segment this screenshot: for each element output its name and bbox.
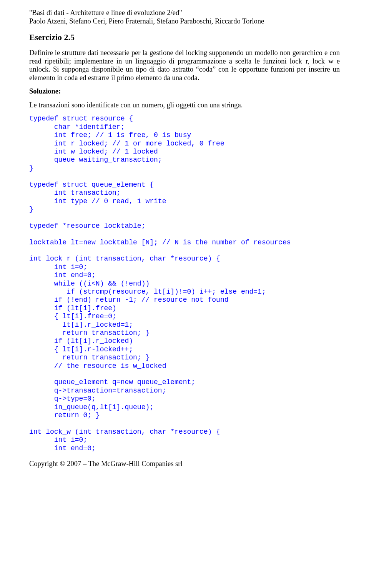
exercise-prompt: Definire le strutture dati necessarie pe… [29, 49, 340, 82]
authors: Paolo Atzeni, Stefano Ceri, Piero Frater… [29, 17, 340, 25]
solution-intro: Le transazioni sono identificate con un … [29, 101, 340, 109]
exercise-title: Esercizio 2.5 [29, 32, 340, 42]
book-title: Basi di dati - Architetture e linee di e… [29, 8, 340, 17]
code-block: typedef struct resource { char *identifi… [29, 115, 340, 453]
copyright-footer: Copyright © 2007 – The McGraw-Hill Compa… [29, 459, 340, 468]
solution-label: Soluzione: [29, 87, 340, 95]
